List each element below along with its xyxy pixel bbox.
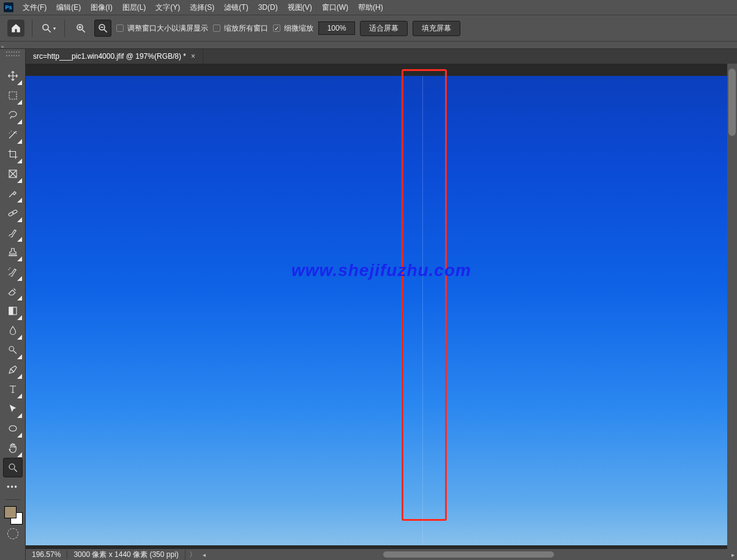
zoom-all-windows-checkbox[interactable]: 缩放所有窗口 — [213, 23, 268, 34]
options-bar: ▾ 调整窗口大小以满屏显示 缩放所有窗口 — [0, 15, 737, 42]
scroll-right-icon[interactable]: ▸ — [728, 551, 737, 558]
blur-tool[interactable] — [3, 321, 23, 340]
foreground-color-swatch[interactable] — [4, 506, 17, 518]
status-doc-info[interactable]: 3000 像素 x 1440 像素 (350 ppi) — [67, 550, 185, 560]
chevron-down-icon: ▾ — [53, 26, 56, 31]
scrollbar-thumb[interactable] — [728, 69, 736, 136]
ellipse-shape-tool[interactable] — [3, 419, 23, 438]
eyedropper-tool[interactable] — [3, 184, 23, 203]
menu-3d[interactable]: 3D(D) — [254, 1, 282, 13]
canvas-watermark: www.shejifuzhu.com — [291, 261, 471, 280]
menu-file[interactable]: 文件(F) — [18, 1, 51, 15]
fill-screen-button[interactable]: 填充屏幕 — [413, 21, 460, 36]
ellipsis-icon: ••• — [7, 483, 18, 491]
svg-line-18 — [13, 351, 16, 354]
zoom-out-button[interactable] — [94, 20, 111, 37]
toolbar-grip[interactable] — [0, 49, 26, 64]
zoom-in-icon — [75, 23, 86, 34]
menu-edit[interactable]: 编辑(E) — [52, 1, 85, 15]
document-tab[interactable]: src=http___pic1.win4000.jfif @ 197%(RGB/… — [26, 49, 203, 64]
menu-type[interactable]: 文字(Y) — [151, 1, 184, 15]
scrubby-zoom-checkbox[interactable]: 细微缩放 — [273, 23, 313, 34]
checkbox-icon — [213, 24, 220, 32]
history-brush-tool[interactable] — [3, 262, 23, 282]
edit-toolbar-button[interactable]: ••• — [3, 477, 23, 497]
annotation-box — [402, 69, 447, 521]
svg-line-1 — [48, 29, 51, 32]
menu-view[interactable]: 视图(V) — [283, 1, 316, 15]
divider — [64, 20, 65, 37]
checkbox-checked-icon — [273, 24, 280, 32]
menu-layer[interactable]: 图层(L) — [118, 1, 151, 15]
svg-point-17 — [9, 346, 14, 351]
scrubby-zoom-label: 细微缩放 — [284, 23, 313, 34]
frame-tool[interactable] — [3, 164, 23, 184]
dodge-tool[interactable] — [3, 340, 23, 360]
scroll-left-icon[interactable]: ◂ — [200, 551, 209, 558]
magnifier-icon — [7, 462, 18, 473]
canvas-area: www.shejifuzhu.com 196.57% 3000 像素 x 144… — [26, 64, 737, 560]
menu-select[interactable]: 选择(S) — [185, 1, 219, 15]
menu-filter[interactable]: 滤镜(T) — [220, 1, 252, 15]
home-icon — [10, 23, 21, 34]
zoom-tool[interactable] — [3, 458, 23, 477]
svg-line-7 — [104, 29, 107, 32]
svg-line-21 — [14, 469, 17, 472]
move-tool[interactable] — [3, 66, 23, 86]
path-select-tool[interactable] — [3, 399, 23, 419]
menubar: Ps 文件(F) 编辑(E) 图像(I) 图层(L) 文字(Y) 选择(S) 滤… — [0, 0, 737, 15]
quick-mask-toggle[interactable] — [7, 528, 18, 539]
svg-point-19 — [9, 426, 17, 431]
zoom-percent-input[interactable]: 100% — [318, 21, 355, 35]
svg-rect-9 — [9, 92, 17, 99]
canvas-viewport[interactable]: www.shejifuzhu.com — [26, 64, 737, 549]
vertical-scrollbar[interactable] — [727, 64, 737, 549]
close-tab-icon[interactable]: × — [191, 52, 195, 61]
svg-point-14 — [12, 212, 13, 214]
toolbar: ••• — [0, 64, 26, 560]
marquee-tool[interactable] — [3, 86, 23, 105]
brush-tool[interactable] — [3, 223, 23, 242]
magnifier-icon — [41, 23, 52, 34]
checkbox-icon — [116, 24, 124, 32]
scrollbar-thumb[interactable] — [383, 551, 554, 558]
app-logo-icon: Ps — [4, 2, 13, 12]
svg-point-0 — [43, 24, 48, 30]
svg-point-20 — [9, 464, 15, 469]
clone-stamp-tool[interactable] — [3, 242, 23, 262]
svg-line-3 — [82, 29, 85, 32]
zoom-in-button[interactable] — [72, 20, 89, 37]
zoom-out-icon — [97, 23, 108, 34]
zoom-all-label: 缩放所有窗口 — [224, 23, 268, 34]
gradient-tool[interactable] — [3, 301, 23, 321]
resize-window-checkbox[interactable]: 调整窗口大小以满屏显示 — [116, 23, 208, 34]
chevron-right-icon[interactable]: 〉 — [185, 550, 200, 560]
quick-select-tool[interactable] — [3, 125, 23, 144]
divider — [32, 20, 32, 37]
resize-window-label: 调整窗口大小以满屏显示 — [127, 23, 208, 34]
document-tab-title: src=http___pic1.win4000.jfif @ 197%(RGB/… — [33, 52, 186, 61]
fit-screen-button[interactable]: 适合屏幕 — [360, 21, 408, 36]
hand-tool[interactable] — [3, 438, 23, 458]
panel-chevron-strip[interactable]: » — [0, 42, 737, 49]
canvas-image — [26, 76, 727, 545]
color-swatches[interactable] — [3, 505, 23, 525]
home-button[interactable] — [7, 20, 24, 37]
zoom-tool-preset[interactable]: ▾ — [40, 20, 57, 37]
menu-window[interactable]: 窗口(W) — [318, 1, 353, 15]
menu-help[interactable]: 帮助(H) — [354, 1, 387, 15]
document-tab-bar: src=http___pic1.win4000.jfif @ 197%(RGB/… — [0, 49, 737, 64]
type-tool[interactable] — [3, 379, 23, 399]
lasso-tool[interactable] — [3, 105, 23, 125]
crop-tool[interactable] — [3, 144, 23, 164]
status-bar: 196.57% 3000 像素 x 1440 像素 (350 ppi) 〉 ◂ … — [26, 549, 737, 560]
divider — [6, 499, 20, 500]
healing-brush-tool[interactable] — [3, 203, 23, 223]
pen-tool[interactable] — [3, 360, 23, 379]
eraser-tool[interactable] — [3, 282, 23, 301]
horizontal-scrollbar[interactable] — [217, 550, 720, 559]
status-zoom[interactable]: 196.57% — [26, 550, 67, 559]
menu-image[interactable]: 图像(I) — [86, 1, 116, 15]
svg-rect-16 — [9, 307, 13, 315]
